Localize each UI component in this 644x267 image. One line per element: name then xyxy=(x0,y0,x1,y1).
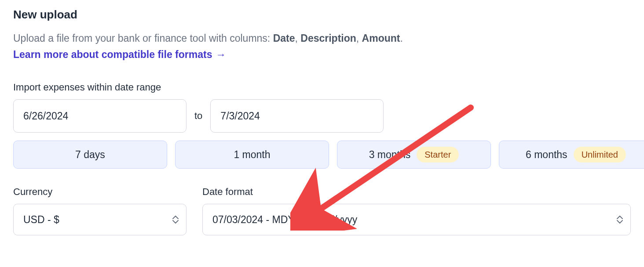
date-format-field: Date format 07/03/2024 - MDY - mm/dd/yyy… xyxy=(202,186,631,235)
page-title: New upload xyxy=(13,8,631,22)
range-button-label: 3 months xyxy=(369,149,411,161)
range-button-7-days[interactable]: 7 days xyxy=(13,141,167,169)
upload-form: New upload Upload a file from your bank … xyxy=(0,0,644,267)
date-format-value: 07/03/2024 - MDY - mm/dd/yyyy xyxy=(212,214,357,225)
learn-more-link[interactable]: Learn more about compatible file formats… xyxy=(13,49,226,61)
sep1: , xyxy=(295,32,300,44)
date-format-select[interactable]: 07/03/2024 - MDY - mm/dd/yyyy xyxy=(202,204,631,235)
date-to-input[interactable] xyxy=(210,99,384,133)
plan-badge-starter: Starter xyxy=(417,147,459,162)
date-range-label: Import expenses within date range xyxy=(13,82,631,93)
sep2: , xyxy=(356,32,362,44)
currency-label: Currency xyxy=(13,186,187,198)
range-buttons-row: 7 days 1 month 3 months Starter 6 months… xyxy=(13,141,631,169)
bottom-fields-row: Currency USD - $ Date format 07/03/2024 … xyxy=(13,186,631,235)
arrow-right-icon: → xyxy=(216,49,226,61)
date-range-section: Import expenses within date range to 7 d… xyxy=(13,82,631,169)
desc-suffix: . xyxy=(400,32,402,44)
date-to-label: to xyxy=(194,110,202,122)
upload-description: Upload a file from your bank or finance … xyxy=(13,31,631,45)
range-button-label: 6 months xyxy=(526,149,567,161)
range-button-6-months[interactable]: 6 months Unlimited xyxy=(499,141,644,169)
currency-select[interactable]: USD - $ xyxy=(13,204,187,235)
range-button-label: 1 month xyxy=(234,149,270,161)
col-date: Date xyxy=(273,32,295,44)
plan-badge-unlimited: Unlimited xyxy=(574,147,626,162)
learn-more-row: Learn more about compatible file formats… xyxy=(13,49,631,61)
date-format-label: Date format xyxy=(202,186,631,198)
desc-prefix: Upload a file from your bank or finance … xyxy=(13,32,273,44)
learn-more-label: Learn more about compatible file formats xyxy=(13,49,212,61)
date-format-select-wrap: 07/03/2024 - MDY - mm/dd/yyyy xyxy=(202,204,631,235)
date-from-input[interactable] xyxy=(13,99,187,133)
currency-select-wrap: USD - $ xyxy=(13,204,187,235)
date-range-row: to xyxy=(13,99,631,133)
currency-value: USD - $ xyxy=(23,214,59,225)
col-description: Description xyxy=(300,32,356,44)
col-amount: Amount xyxy=(362,32,400,44)
range-button-label: 7 days xyxy=(75,149,105,161)
range-button-1-month[interactable]: 1 month xyxy=(175,141,329,169)
range-button-3-months[interactable]: 3 months Starter xyxy=(337,141,491,169)
currency-field: Currency USD - $ xyxy=(13,186,187,235)
